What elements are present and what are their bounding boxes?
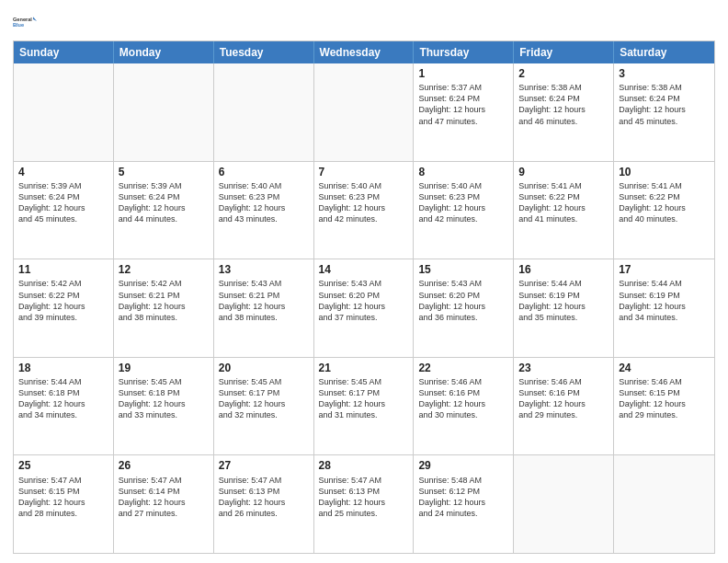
day-number: 19 xyxy=(119,361,209,375)
day-number: 2 xyxy=(518,66,609,81)
cal-cell-day-29: 29Sunrise: 5:48 AMSunset: 6:12 PMDayligh… xyxy=(414,455,514,553)
cal-header-thursday: Thursday xyxy=(414,41,514,63)
day-number: 23 xyxy=(518,361,609,375)
day-number: 14 xyxy=(319,262,409,277)
cal-cell-day-20: 20Sunrise: 5:45 AMSunset: 6:17 PMDayligh… xyxy=(214,358,314,455)
cal-cell-day-10: 10Sunrise: 5:41 AMSunset: 6:22 PMDayligh… xyxy=(614,162,714,259)
day-number: 4 xyxy=(18,165,108,179)
calendar-body: 1Sunrise: 5:37 AMSunset: 6:24 PMDaylight… xyxy=(14,63,714,553)
cal-cell-day-7: 7Sunrise: 5:40 AMSunset: 6:23 PMDaylight… xyxy=(314,162,415,259)
cal-cell-day-4: 4Sunrise: 5:39 AMSunset: 6:24 PMDaylight… xyxy=(14,162,114,259)
cell-sun-info: Sunrise: 5:42 AMSunset: 6:21 PMDaylight:… xyxy=(119,278,209,323)
cal-cell-day-9: 9Sunrise: 5:41 AMSunset: 6:22 PMDaylight… xyxy=(514,162,614,259)
cell-sun-info: Sunrise: 5:45 AMSunset: 6:17 PMDaylight:… xyxy=(219,376,309,421)
cell-sun-info: Sunrise: 5:48 AMSunset: 6:12 PMDaylight:… xyxy=(418,475,508,520)
day-number: 6 xyxy=(219,165,309,179)
cell-sun-info: Sunrise: 5:45 AMSunset: 6:18 PMDaylight:… xyxy=(119,376,209,421)
day-number: 21 xyxy=(319,361,409,375)
cal-cell-empty xyxy=(214,63,314,161)
cell-sun-info: Sunrise: 5:46 AMSunset: 6:15 PMDaylight:… xyxy=(619,376,710,421)
cal-cell-day-13: 13Sunrise: 5:43 AMSunset: 6:21 PMDayligh… xyxy=(214,259,314,357)
cal-week-3: 11Sunrise: 5:42 AMSunset: 6:22 PMDayligh… xyxy=(14,259,714,357)
cal-cell-day-24: 24Sunrise: 5:46 AMSunset: 6:15 PMDayligh… xyxy=(614,358,714,455)
cell-sun-info: Sunrise: 5:45 AMSunset: 6:17 PMDaylight:… xyxy=(319,376,409,421)
svg-text:Blue: Blue xyxy=(13,22,24,28)
cal-header-sunday: Sunday xyxy=(14,41,114,63)
logo: GeneralBlue xyxy=(13,9,39,35)
cal-cell-day-14: 14Sunrise: 5:43 AMSunset: 6:20 PMDayligh… xyxy=(314,259,415,357)
cal-cell-empty xyxy=(114,63,214,161)
cal-week-1: 1Sunrise: 5:37 AMSunset: 6:24 PMDaylight… xyxy=(14,63,714,161)
cell-sun-info: Sunrise: 5:41 AMSunset: 6:22 PMDaylight:… xyxy=(518,180,609,225)
day-number: 10 xyxy=(619,165,710,179)
cell-sun-info: Sunrise: 5:44 AMSunset: 6:18 PMDaylight:… xyxy=(18,376,108,421)
cal-cell-empty xyxy=(14,63,114,161)
cal-cell-day-26: 26Sunrise: 5:47 AMSunset: 6:14 PMDayligh… xyxy=(114,455,214,553)
cal-cell-day-15: 15Sunrise: 5:43 AMSunset: 6:20 PMDayligh… xyxy=(414,259,514,357)
day-number: 16 xyxy=(518,262,609,277)
cell-sun-info: Sunrise: 5:47 AMSunset: 6:13 PMDaylight:… xyxy=(319,475,409,520)
cal-cell-empty xyxy=(314,63,415,161)
day-number: 27 xyxy=(219,458,309,473)
header: GeneralBlue xyxy=(13,9,715,35)
cell-sun-info: Sunrise: 5:41 AMSunset: 6:22 PMDaylight:… xyxy=(619,180,710,225)
cal-cell-day-3: 3Sunrise: 5:38 AMSunset: 6:24 PMDaylight… xyxy=(614,63,714,161)
cal-cell-day-21: 21Sunrise: 5:45 AMSunset: 6:17 PMDayligh… xyxy=(314,358,415,455)
svg-text:General: General xyxy=(13,17,32,22)
day-number: 8 xyxy=(418,165,508,179)
day-number: 5 xyxy=(119,165,209,179)
page: GeneralBlue SundayMondayTuesdayWednesday… xyxy=(0,0,728,563)
cal-week-5: 25Sunrise: 5:47 AMSunset: 6:15 PMDayligh… xyxy=(14,454,714,553)
cal-week-2: 4Sunrise: 5:39 AMSunset: 6:24 PMDaylight… xyxy=(14,161,714,259)
cell-sun-info: Sunrise: 5:47 AMSunset: 6:15 PMDaylight:… xyxy=(18,475,108,520)
day-number: 9 xyxy=(518,165,609,179)
cal-header-tuesday: Tuesday xyxy=(214,41,314,63)
day-number: 28 xyxy=(319,458,409,473)
cell-sun-info: Sunrise: 5:42 AMSunset: 6:22 PMDaylight:… xyxy=(18,278,108,323)
day-number: 12 xyxy=(119,262,209,277)
cal-cell-empty xyxy=(614,455,714,553)
cal-cell-day-28: 28Sunrise: 5:47 AMSunset: 6:13 PMDayligh… xyxy=(314,455,415,553)
cal-cell-day-25: 25Sunrise: 5:47 AMSunset: 6:15 PMDayligh… xyxy=(14,455,114,553)
day-number: 25 xyxy=(18,458,108,473)
cell-sun-info: Sunrise: 5:44 AMSunset: 6:19 PMDaylight:… xyxy=(518,278,609,323)
cal-cell-day-17: 17Sunrise: 5:44 AMSunset: 6:19 PMDayligh… xyxy=(614,259,714,357)
cell-sun-info: Sunrise: 5:43 AMSunset: 6:20 PMDaylight:… xyxy=(319,278,409,323)
day-number: 29 xyxy=(418,458,508,473)
cell-sun-info: Sunrise: 5:43 AMSunset: 6:20 PMDaylight:… xyxy=(418,278,508,323)
cell-sun-info: Sunrise: 5:40 AMSunset: 6:23 PMDaylight:… xyxy=(418,180,508,225)
cal-cell-day-22: 22Sunrise: 5:46 AMSunset: 6:16 PMDayligh… xyxy=(414,358,514,455)
cal-cell-day-27: 27Sunrise: 5:47 AMSunset: 6:13 PMDayligh… xyxy=(214,455,314,553)
cell-sun-info: Sunrise: 5:46 AMSunset: 6:16 PMDaylight:… xyxy=(518,376,609,421)
day-number: 20 xyxy=(219,361,309,375)
cell-sun-info: Sunrise: 5:39 AMSunset: 6:24 PMDaylight:… xyxy=(18,180,108,225)
logo-icon: GeneralBlue xyxy=(13,9,39,35)
cell-sun-info: Sunrise: 5:43 AMSunset: 6:21 PMDaylight:… xyxy=(219,278,309,323)
day-number: 11 xyxy=(18,262,108,277)
cell-sun-info: Sunrise: 5:47 AMSunset: 6:14 PMDaylight:… xyxy=(119,475,209,520)
cal-cell-day-19: 19Sunrise: 5:45 AMSunset: 6:18 PMDayligh… xyxy=(114,358,214,455)
cell-sun-info: Sunrise: 5:40 AMSunset: 6:23 PMDaylight:… xyxy=(319,180,409,225)
day-number: 1 xyxy=(418,66,508,81)
cal-cell-day-11: 11Sunrise: 5:42 AMSunset: 6:22 PMDayligh… xyxy=(14,259,114,357)
cal-header-monday: Monday xyxy=(114,41,214,63)
cell-sun-info: Sunrise: 5:46 AMSunset: 6:16 PMDaylight:… xyxy=(418,376,508,421)
day-number: 17 xyxy=(619,262,710,277)
cal-cell-day-6: 6Sunrise: 5:40 AMSunset: 6:23 PMDaylight… xyxy=(214,162,314,259)
cal-cell-empty xyxy=(514,455,614,553)
day-number: 15 xyxy=(418,262,508,277)
cell-sun-info: Sunrise: 5:44 AMSunset: 6:19 PMDaylight:… xyxy=(619,278,710,323)
calendar: SundayMondayTuesdayWednesdayThursdayFrid… xyxy=(13,40,715,554)
day-number: 13 xyxy=(219,262,309,277)
cal-header-wednesday: Wednesday xyxy=(314,41,415,63)
day-number: 7 xyxy=(319,165,409,179)
day-number: 24 xyxy=(619,361,710,375)
cal-cell-day-18: 18Sunrise: 5:44 AMSunset: 6:18 PMDayligh… xyxy=(14,358,114,455)
cal-cell-day-23: 23Sunrise: 5:46 AMSunset: 6:16 PMDayligh… xyxy=(514,358,614,455)
cell-sun-info: Sunrise: 5:39 AMSunset: 6:24 PMDaylight:… xyxy=(119,180,209,225)
cal-cell-day-5: 5Sunrise: 5:39 AMSunset: 6:24 PMDaylight… xyxy=(114,162,214,259)
cal-header-saturday: Saturday xyxy=(614,41,714,63)
day-number: 18 xyxy=(18,361,108,375)
cell-sun-info: Sunrise: 5:37 AMSunset: 6:24 PMDaylight:… xyxy=(418,82,508,127)
calendar-header-row: SundayMondayTuesdayWednesdayThursdayFrid… xyxy=(14,41,714,63)
